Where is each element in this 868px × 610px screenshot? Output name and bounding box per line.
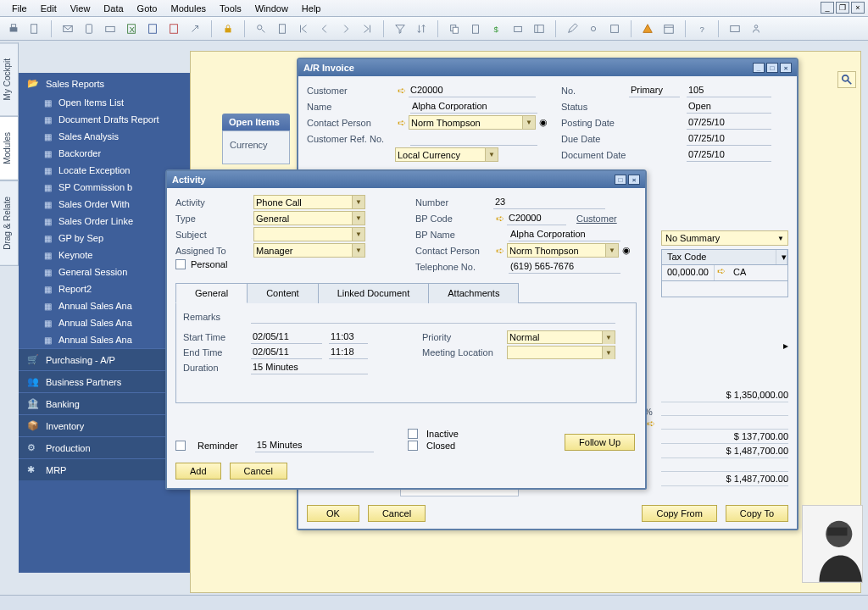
toolbar-excel-icon[interactable]: X bbox=[125, 22, 138, 36]
chevron-down-icon[interactable]: ▼ bbox=[352, 196, 364, 208]
invoice-close-icon[interactable]: × bbox=[780, 63, 792, 73]
nav-item-sales-order-linked[interactable]: ▦Sales Order Linke bbox=[19, 213, 190, 230]
invoice-minimize-icon[interactable]: _ bbox=[753, 63, 765, 73]
nav-item-keynote[interactable]: ▦Keynote bbox=[19, 247, 190, 263]
bpname-field[interactable]: Alpha Corporation bbox=[509, 227, 620, 241]
act-remarks-field[interactable] bbox=[251, 310, 615, 324]
meeting-select[interactable]: ▼ bbox=[507, 346, 615, 359]
toolbar-settings-icon[interactable] bbox=[587, 22, 600, 36]
invoice-maximize-icon[interactable]: □ bbox=[766, 63, 778, 73]
no-type-field[interactable]: Primary bbox=[629, 83, 680, 97]
app-minimize-icon[interactable]: _ bbox=[821, 2, 834, 14]
assigned-select[interactable]: Manager▼ bbox=[253, 243, 365, 258]
chevron-down-icon[interactable]: ▼ bbox=[485, 148, 498, 161]
grid-row-empty[interactable] bbox=[661, 281, 788, 297]
toolbar-profit-icon[interactable]: $ bbox=[490, 22, 504, 36]
nav-item-sales-analysis[interactable]: ▦Sales Analysis bbox=[19, 128, 190, 145]
nav-item-gp-by-sep[interactable]: ▦GP by Sep bbox=[19, 230, 190, 247]
tab-general[interactable]: General bbox=[175, 283, 248, 303]
nav-cat-bp[interactable]: 👥Business Partners bbox=[19, 370, 190, 392]
nav-item-backorder[interactable]: ▦Backorder bbox=[19, 145, 190, 162]
detail-icon[interactable]: ◉ bbox=[539, 117, 548, 128]
tab-linked-doc[interactable]: Linked Document bbox=[318, 283, 430, 303]
link-arrow-icon[interactable]: ➪ bbox=[395, 117, 409, 129]
copy-from-button[interactable]: Copy From bbox=[642, 505, 716, 522]
nav-item-sp-commission[interactable]: ▦SP Commission b bbox=[19, 179, 190, 196]
toolbar-alert-icon[interactable] bbox=[641, 22, 654, 36]
toolbar-email-icon[interactable] bbox=[61, 22, 75, 36]
toolbar-next-icon[interactable] bbox=[339, 22, 353, 36]
menu-help[interactable]: Help bbox=[295, 2, 328, 15]
act-cancel-button[interactable]: Cancel bbox=[230, 463, 287, 480]
grid-menu-icon[interactable]: ▾ bbox=[776, 250, 787, 264]
tab-attachments[interactable]: Attachments bbox=[428, 283, 519, 303]
toolbar-print-icon[interactable] bbox=[7, 22, 20, 36]
end-date-field[interactable]: 02/05/11 bbox=[251, 346, 322, 359]
app-restore-icon[interactable]: ❐ bbox=[836, 2, 849, 14]
scroll-right-icon[interactable]: ▸ bbox=[661, 340, 788, 352]
number-field[interactable]: 23 bbox=[493, 195, 605, 209]
side-tab-cockpit[interactable]: My Cockpit bbox=[0, 42, 19, 116]
nav-item-sales-order-with[interactable]: ▦Sales Order With bbox=[19, 196, 190, 213]
name-field[interactable]: Alpha Corporation bbox=[410, 99, 537, 114]
menu-data[interactable]: Data bbox=[97, 2, 130, 15]
chevron-down-icon[interactable]: ▼ bbox=[602, 347, 615, 359]
toolbar-sms-icon[interactable] bbox=[82, 22, 96, 36]
toolbar-calendar-icon[interactable] bbox=[662, 22, 676, 36]
customer-link[interactable]: Customer bbox=[576, 214, 617, 224]
toolbar-sort-icon[interactable] bbox=[415, 22, 428, 36]
closed-checkbox[interactable] bbox=[408, 441, 418, 451]
nav-item-annual-sales-1[interactable]: ▦Annual Sales Ana bbox=[19, 297, 190, 314]
toolbar-prev-icon[interactable] bbox=[318, 22, 331, 36]
inactive-checkbox[interactable] bbox=[408, 429, 418, 439]
activity-close-icon[interactable]: × bbox=[628, 175, 640, 185]
nav-item-general-session[interactable]: ▦General Session bbox=[19, 263, 190, 280]
chevron-down-icon[interactable]: ▼ bbox=[352, 228, 364, 241]
posting-date-field[interactable]: 07/25/10 bbox=[687, 115, 771, 130]
reminder-value-field[interactable]: 15 Minutes bbox=[255, 438, 374, 452]
followup-button[interactable]: Follow Up bbox=[565, 434, 635, 451]
menu-edit[interactable]: Edit bbox=[34, 2, 64, 15]
cancel-button[interactable]: Cancel bbox=[368, 505, 426, 522]
toolbar-launch-icon[interactable] bbox=[188, 22, 202, 36]
duration-field[interactable]: 15 Minutes bbox=[251, 361, 368, 374]
toolbar-budget-icon[interactable] bbox=[511, 22, 525, 36]
toolbar-translate-icon[interactable] bbox=[728, 22, 742, 36]
toolbar-layout-icon[interactable] bbox=[532, 22, 546, 36]
activity-maximize-icon[interactable]: □ bbox=[615, 175, 626, 185]
toolbar-preview-icon[interactable] bbox=[28, 22, 42, 36]
doc-date-field[interactable]: 07/25/10 bbox=[687, 147, 771, 162]
menu-tools[interactable]: Tools bbox=[213, 2, 248, 15]
type-select[interactable]: General▼ bbox=[253, 211, 365, 225]
menu-goto[interactable]: Goto bbox=[131, 2, 164, 15]
act-contact-select[interactable]: Norm Thompson▼ bbox=[507, 243, 619, 258]
toolbar-new-icon[interactable] bbox=[275, 22, 289, 36]
menu-window[interactable]: Window bbox=[248, 2, 295, 15]
subject-select[interactable]: ▼ bbox=[253, 227, 365, 241]
due-date-field[interactable]: 07/25/10 bbox=[687, 131, 771, 146]
nav-item-locate-exception[interactable]: ▦Locate Exception bbox=[19, 162, 190, 179]
chevron-down-icon[interactable]: ▼ bbox=[605, 244, 618, 257]
tel-field[interactable]: (619) 565-7676 bbox=[509, 259, 620, 274]
toolbar-word-icon[interactable] bbox=[146, 22, 159, 36]
reminder-checkbox[interactable] bbox=[175, 441, 186, 451]
customer-field[interactable]: C20000 bbox=[409, 83, 536, 97]
toolbar-last-icon[interactable] bbox=[360, 22, 374, 36]
menu-file[interactable]: File bbox=[5, 2, 34, 15]
nav-item-open-items[interactable]: ▦Open Items List bbox=[19, 94, 190, 111]
currency-select[interactable]: Local Currency▼ bbox=[395, 147, 498, 162]
personal-checkbox[interactable] bbox=[175, 259, 186, 269]
toolbar-filter-icon[interactable] bbox=[393, 22, 407, 36]
toolbar-edit-icon[interactable] bbox=[565, 22, 579, 36]
contact-select[interactable]: Norm Thompson▼ bbox=[409, 115, 536, 130]
bpcode-field[interactable]: C20000 bbox=[507, 211, 566, 225]
toolbar-fax-icon[interactable] bbox=[103, 22, 117, 36]
nav-item-report2[interactable]: ▦Report2 bbox=[19, 280, 190, 297]
nav-cat-mrp[interactable]: ✱MRP bbox=[19, 458, 190, 480]
end-time-field[interactable]: 11:18 bbox=[329, 346, 368, 359]
chevron-down-icon[interactable]: ▼ bbox=[522, 116, 535, 129]
toolbar-help-icon[interactable]: ? bbox=[695, 22, 709, 36]
chevron-down-icon[interactable]: ▼ bbox=[352, 212, 364, 225]
nav-cat-production[interactable]: ⚙Production bbox=[19, 436, 190, 458]
toolbar-pdf-icon[interactable] bbox=[167, 22, 181, 36]
